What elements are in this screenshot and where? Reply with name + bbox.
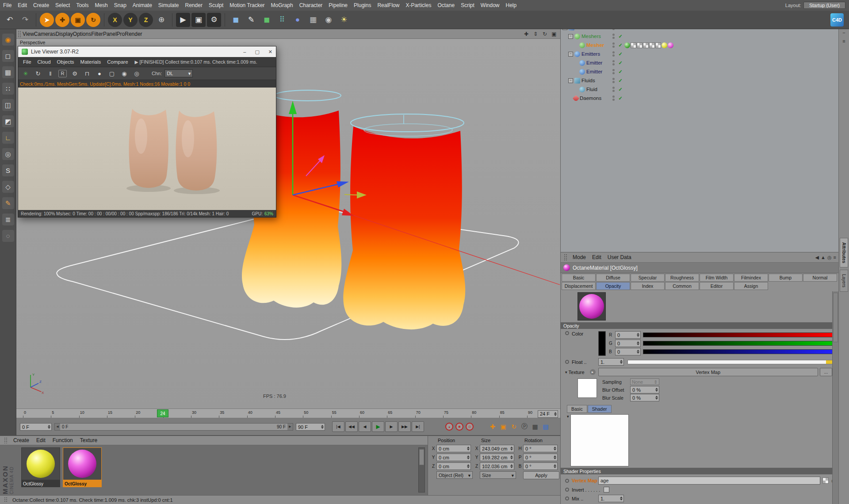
shader-preview[interactable] bbox=[570, 414, 629, 466]
rotation-p-field[interactable]: 0 ° bbox=[523, 454, 558, 461]
viewport-menu-cameras[interactable]: Cameras bbox=[34, 31, 56, 37]
camera-icon[interactable]: ◉ bbox=[321, 13, 336, 27]
layout-select[interactable]: Startup (User) bbox=[803, 2, 845, 9]
panel-grip[interactable] bbox=[18, 31, 21, 37]
attributes-scrollbar[interactable] bbox=[832, 291, 838, 504]
render-view-icon[interactable]: ▶ bbox=[176, 13, 190, 27]
expander-icon[interactable]: − bbox=[568, 34, 573, 39]
tab-bump[interactable]: Bump bbox=[769, 274, 803, 282]
green-gradient-slider[interactable] bbox=[643, 341, 835, 346]
menu-pipeline[interactable]: Pipeline bbox=[325, 1, 351, 10]
environment-icon[interactable]: ▦ bbox=[306, 13, 320, 27]
size-x-field-stepper[interactable] bbox=[510, 447, 513, 451]
scale-icon[interactable]: ▣ bbox=[71, 13, 85, 27]
live-viewer-render-area[interactable] bbox=[18, 88, 276, 210]
size-y-field-stepper[interactable] bbox=[510, 455, 513, 459]
rotation-b-field[interactable]: 0 ° bbox=[523, 462, 558, 470]
dock-tab-layers[interactable]: Layers bbox=[840, 270, 848, 292]
kernel-settings-icon[interactable]: ⚙ bbox=[70, 69, 79, 78]
texture-arrow-icon[interactable]: ▸ bbox=[590, 369, 596, 375]
material-ball-icon[interactable]: ● bbox=[95, 69, 104, 78]
menu-simulate[interactable]: Simulate bbox=[155, 1, 182, 10]
range-end-field[interactable]: 90 F bbox=[296, 423, 325, 431]
move-icon[interactable]: ✚ bbox=[55, 13, 69, 27]
material-menu-texture[interactable]: Texture bbox=[76, 437, 101, 444]
invert-checkbox[interactable] bbox=[604, 487, 609, 493]
enabled-check-icon[interactable]: ✓ bbox=[616, 60, 624, 66]
menu-mesh[interactable]: Mesh bbox=[92, 1, 111, 10]
object-row-fluid[interactable]: Fluid✓ bbox=[561, 85, 838, 94]
key-position-toggle[interactable]: ✚ bbox=[488, 422, 497, 431]
primitive-cube-icon[interactable]: ◼ bbox=[229, 13, 243, 27]
tab-displacement[interactable]: Displacement bbox=[562, 282, 596, 290]
key-scale-toggle[interactable]: ▣ bbox=[498, 422, 508, 431]
menu-character[interactable]: Character bbox=[296, 1, 326, 10]
polygons-mode-icon[interactable]: ◩ bbox=[2, 115, 14, 127]
render-settings-icon[interactable]: ⚙ bbox=[207, 13, 221, 27]
texture-preview-icon[interactable] bbox=[822, 477, 829, 484]
expand-triangle-icon[interactable]: ▾ bbox=[567, 414, 569, 466]
material-menu-function[interactable]: Function bbox=[49, 437, 76, 444]
autokey-button[interactable]: ◉ bbox=[455, 423, 463, 431]
blue-gradient-slider[interactable] bbox=[643, 349, 835, 354]
record-options-button[interactable]: ◎ bbox=[466, 423, 474, 431]
menu-tools[interactable]: Tools bbox=[73, 1, 92, 10]
texture-mode-icon[interactable]: ▦ bbox=[2, 66, 14, 78]
visibility-dots-icon[interactable] bbox=[610, 34, 616, 39]
position-z-field-stepper[interactable] bbox=[467, 464, 470, 468]
menu-sculpt[interactable]: Sculpt bbox=[206, 1, 226, 10]
sampling-dropdown[interactable]: None⇕ bbox=[630, 378, 659, 385]
red-value-field-stepper[interactable] bbox=[637, 333, 639, 337]
workplane-icon[interactable]: ◇ bbox=[2, 181, 14, 193]
mix-value-field[interactable]: 1. bbox=[598, 495, 624, 502]
pick-region-icon[interactable]: ▢ bbox=[107, 69, 116, 78]
viewport-menu-prorender[interactable]: ProRender bbox=[117, 31, 142, 37]
green-value-field-stepper[interactable] bbox=[637, 341, 639, 345]
blur-offset-field-stepper[interactable] bbox=[655, 388, 658, 392]
texture-thumbnail[interactable] bbox=[577, 378, 597, 398]
enabled-check-icon[interactable]: ✓ bbox=[616, 87, 624, 92]
paint-tool-icon[interactable]: ✎ bbox=[2, 197, 14, 209]
subtab-basic[interactable]: Basic bbox=[567, 405, 587, 413]
coordinate-system-icon[interactable]: ⊕ bbox=[154, 13, 168, 27]
object-row-fluids[interactable]: −Fluids✓ bbox=[561, 76, 838, 85]
menu-motion-tracker[interactable]: Motion Tracker bbox=[226, 1, 268, 10]
material-thumbnail[interactable] bbox=[21, 447, 60, 480]
undo-icon[interactable]: ↶ bbox=[3, 13, 17, 27]
c4d-logo-icon[interactable]: C4D bbox=[830, 13, 844, 27]
object-row-emitter[interactable]: Emitter✓ bbox=[561, 58, 838, 67]
search-icon[interactable]: ◎ bbox=[827, 255, 832, 260]
blue-value-field[interactable]: 0 bbox=[615, 348, 641, 355]
pan-view-icon[interactable]: ✚ bbox=[522, 30, 530, 38]
visibility-dots-icon[interactable] bbox=[610, 95, 616, 101]
menu-edit[interactable]: Edit bbox=[15, 1, 30, 10]
blur-scale-field-stepper[interactable] bbox=[655, 396, 658, 400]
live-viewer-menu-objects[interactable]: Objects bbox=[54, 58, 77, 65]
material-preview[interactable] bbox=[577, 292, 606, 321]
size-dropdown[interactable]: Size▾ bbox=[480, 471, 516, 479]
timeline-range-slider[interactable]: ◀ 0 F 90 F ▶ bbox=[54, 423, 293, 431]
maximize-button[interactable]: ▢ bbox=[255, 49, 259, 55]
menu-select[interactable]: Select bbox=[52, 1, 73, 10]
float-value-field[interactable]: 1. bbox=[598, 358, 624, 366]
minimal-ui-toggle[interactable]: ▤ bbox=[541, 422, 551, 431]
current-frame-field[interactable]: 24 F bbox=[538, 410, 558, 418]
current-frame-field-stepper[interactable] bbox=[554, 412, 557, 416]
mix-value-field-stepper[interactable] bbox=[620, 496, 623, 500]
enabled-check-icon[interactable]: ✓ bbox=[616, 42, 624, 48]
attribute-menu-edit[interactable]: Edit bbox=[589, 253, 604, 261]
render-picture-viewer-icon[interactable]: ▣ bbox=[191, 13, 206, 27]
tab-roughness[interactable]: Roughness bbox=[665, 274, 699, 282]
material-scrollbar[interactable] bbox=[418, 447, 425, 493]
tab-specular[interactable]: Specular bbox=[631, 274, 665, 282]
prev-key-button[interactable]: ◀◀ bbox=[345, 421, 358, 432]
menu-window[interactable]: Window bbox=[478, 1, 503, 10]
checker-tag-icon[interactable] bbox=[631, 42, 636, 48]
anim-dot-icon[interactable] bbox=[565, 488, 569, 492]
menu-help[interactable]: Help bbox=[503, 1, 520, 10]
close-button[interactable]: ✕ bbox=[268, 49, 272, 55]
rotate-view-icon[interactable]: ↻ bbox=[541, 30, 549, 38]
red-value-field[interactable]: 0 bbox=[615, 331, 641, 339]
viewport-menu-display[interactable]: Display bbox=[55, 31, 73, 37]
magenta-ball-tag-icon[interactable] bbox=[668, 42, 673, 48]
